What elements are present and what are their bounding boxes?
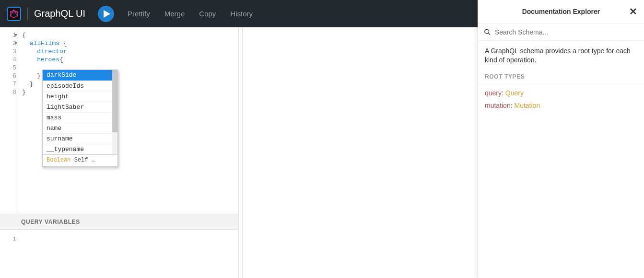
app-logo: [7, 7, 21, 21]
doc-explorer: Documentation Explorer ✕ A GraphQL schem…: [478, 0, 644, 278]
doc-header: Documentation Explorer ✕: [478, 0, 644, 23]
code-line[interactable]: heroes{: [22, 56, 67, 64]
autocomplete-hint: Boolean Self …: [43, 154, 117, 166]
hint-text: Self …: [74, 157, 95, 163]
root-label[interactable]: mutation: [485, 102, 511, 109]
code-line[interactable]: director: [22, 47, 67, 56]
autocomplete-item[interactable]: height: [43, 91, 117, 102]
root-type-link[interactable]: Mutation: [514, 102, 540, 109]
doc-root-types-label: ROOT TYPES: [478, 73, 644, 84]
svg-marker-10: [104, 10, 110, 18]
line-number: 7: [0, 80, 16, 88]
query-variables-editor[interactable]: 1: [0, 230, 238, 278]
autocomplete-item[interactable]: __typename: [43, 144, 117, 154]
variables-code[interactable]: [19, 230, 25, 278]
merge-button[interactable]: Merge: [164, 10, 185, 18]
execute-button[interactable]: [98, 6, 114, 22]
root-type-row: mutation: Mutation: [485, 102, 637, 109]
doc-title: Documentation Explorer: [522, 8, 600, 15]
code-line[interactable]: allFilms {: [22, 39, 67, 47]
autocomplete-item[interactable]: surname: [43, 133, 117, 144]
root-label[interactable]: query: [485, 89, 502, 97]
prettify-button[interactable]: Prettify: [128, 10, 150, 18]
play-icon: [104, 10, 110, 18]
autocomplete-item[interactable]: darkSide: [43, 70, 117, 81]
copy-button[interactable]: Copy: [199, 10, 216, 18]
line-number: 4: [0, 56, 16, 64]
svg-point-8: [10, 15, 12, 16]
autocomplete-scrollbar[interactable]: [112, 70, 117, 154]
code-line[interactable]: {: [22, 31, 67, 39]
divider: [27, 7, 28, 21]
line-number: 5: [0, 64, 16, 72]
editor-gutter: 1▼2▼345678: [0, 27, 19, 214]
autocomplete-item[interactable]: episodeIds: [43, 81, 117, 91]
line-number: 2▼: [0, 39, 16, 47]
autocomplete-item[interactable]: lightSaber: [43, 102, 117, 112]
line-number: 3: [0, 47, 16, 56]
graphql-icon: [10, 10, 18, 18]
doc-search: [478, 23, 644, 41]
search-icon: [484, 28, 491, 36]
doc-root-types: query: Querymutation: Mutation: [478, 84, 644, 119]
autocomplete-popup: darkSideepisodeIdsheightlightSabermassna…: [42, 70, 118, 167]
autocomplete-item[interactable]: mass: [43, 112, 117, 123]
toolbar-links: Prettify Merge Copy History: [128, 10, 253, 18]
svg-line-12: [488, 33, 490, 35]
line-number: 1▼: [0, 31, 16, 39]
pane-splitter[interactable]: [238, 27, 243, 278]
line-number: 6: [0, 72, 16, 80]
autocomplete-item[interactable]: name: [43, 123, 117, 133]
svg-point-5: [17, 11, 18, 12]
root-type-link[interactable]: Query: [505, 89, 524, 97]
app-title: GraphQL UI: [34, 8, 85, 19]
line-number: 1: [0, 235, 16, 243]
svg-point-11: [485, 29, 489, 34]
fold-icon[interactable]: ▼: [15, 32, 17, 40]
svg-point-9: [10, 11, 12, 12]
fold-icon[interactable]: ▼: [15, 40, 17, 48]
query-variables-label: QUERY VARIABLES: [21, 219, 80, 225]
query-variables-bar[interactable]: QUERY VARIABLES: [0, 214, 238, 230]
doc-description: A GraphQL schema provides a root type fo…: [478, 41, 644, 73]
history-button[interactable]: History: [230, 10, 253, 18]
svg-point-6: [17, 15, 18, 16]
autocomplete-scroll-thumb[interactable]: [112, 70, 117, 132]
query-editor[interactable]: 1▼2▼345678 { allFilms { director heroes{…: [0, 27, 238, 214]
close-icon[interactable]: ✕: [629, 7, 637, 16]
autocomplete-list: darkSideepisodeIdsheightlightSabermassna…: [43, 70, 117, 154]
hint-type: Boolean: [47, 157, 70, 163]
line-number: 8: [0, 88, 16, 96]
search-input[interactable]: [495, 28, 638, 36]
editor-pane: 1▼2▼345678 { allFilms { director heroes{…: [0, 27, 238, 278]
variables-gutter: 1: [0, 230, 19, 278]
root-type-row: query: Query: [485, 89, 637, 97]
